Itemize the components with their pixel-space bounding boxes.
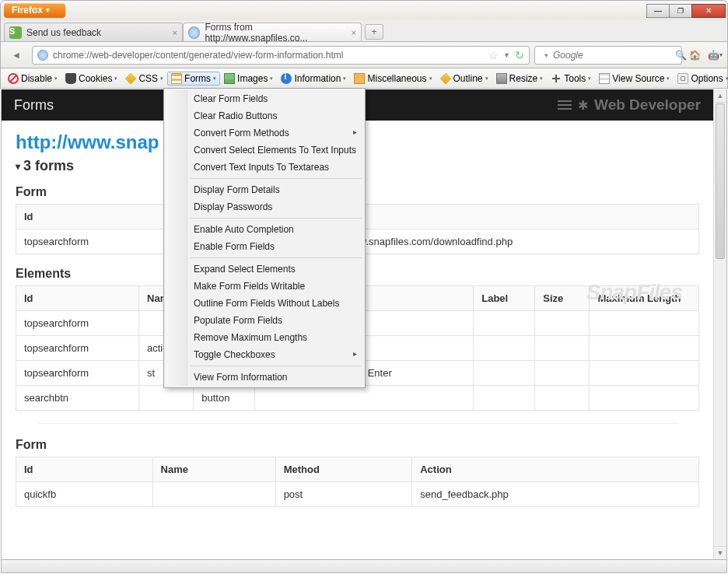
page-title: Forms bbox=[14, 97, 54, 114]
home-button[interactable]: 🏠 bbox=[687, 47, 702, 63]
view-source-icon bbox=[599, 73, 610, 84]
site-identity-icon bbox=[37, 50, 48, 61]
toolbar-cookies[interactable]: Cookies▾ bbox=[61, 72, 121, 86]
tab-forms[interactable]: Forms from http://www.snapfiles.co... × bbox=[183, 23, 362, 41]
tools-icon bbox=[551, 73, 562, 84]
toolbar-outline[interactable]: Outline▾ bbox=[436, 72, 492, 86]
col-maxlen: Maximum Length bbox=[590, 286, 699, 311]
toolbar-resize[interactable]: Resize▾ bbox=[492, 72, 548, 86]
bookmark-star-icon[interactable]: ☆ bbox=[488, 49, 499, 61]
disable-icon bbox=[8, 73, 19, 84]
toolbar-tools[interactable]: Tools▾ bbox=[547, 72, 595, 86]
menu-remove-maxlen[interactable]: Remove Maximum Lengths bbox=[166, 329, 363, 346]
col-size: Size bbox=[535, 286, 590, 311]
menu-clear-form-fields[interactable]: Clear Form Fields bbox=[166, 90, 363, 107]
css-icon bbox=[125, 72, 137, 84]
search-go-icon[interactable]: 🔍 bbox=[675, 50, 687, 61]
tab-feedback[interactable]: S Send us feedback × bbox=[4, 23, 183, 41]
menu-view-form-info[interactable]: View Form Information bbox=[166, 369, 363, 386]
col-method: Method bbox=[275, 457, 412, 482]
menu-convert-text-to-textarea[interactable]: Convert Text Inputs To Textareas bbox=[166, 159, 363, 176]
url-bar[interactable]: chrome://web-developer/content/generated… bbox=[32, 46, 530, 65]
menu-toggle-checkboxes[interactable]: Toggle Checkboxes bbox=[166, 346, 363, 363]
window-titlebar: Firefox bbox=[0, 0, 728, 20]
toolbar-view-source[interactable]: View Source▾ bbox=[595, 72, 674, 86]
addon-button[interactable]: 🤖▾ bbox=[707, 47, 723, 63]
menu-expand-select[interactable]: Expand Select Elements bbox=[166, 261, 363, 278]
menu-clear-radio-buttons[interactable]: Clear Radio Buttons bbox=[166, 107, 363, 124]
menu-separator bbox=[191, 218, 362, 219]
vertical-scrollbar[interactable]: ▲ ▼ bbox=[713, 89, 726, 559]
scroll-thumb[interactable] bbox=[716, 103, 725, 259]
status-bar bbox=[1, 560, 727, 573]
forms-icon bbox=[171, 73, 182, 84]
firefox-menu-button[interactable]: Firefox bbox=[4, 3, 65, 18]
tab-close-icon[interactable]: × bbox=[173, 28, 177, 37]
menu-separator bbox=[191, 257, 362, 258]
tab-label: Send us feedback bbox=[26, 27, 101, 38]
menu-convert-form-methods[interactable]: Convert Form Methods bbox=[166, 124, 363, 142]
menu-separator bbox=[191, 178, 362, 179]
hamburger-icon[interactable] bbox=[558, 98, 572, 112]
scroll-down-button[interactable]: ▼ bbox=[714, 546, 726, 559]
col-id: Id bbox=[16, 286, 139, 311]
toolbar-forms[interactable]: Forms▾ bbox=[167, 72, 220, 86]
url-text: chrome://web-developer/content/generated… bbox=[53, 50, 484, 61]
brand-label: Web Developer bbox=[594, 96, 701, 114]
new-tab-button[interactable] bbox=[365, 24, 383, 40]
window-minimize-button[interactable] bbox=[646, 4, 670, 18]
resize-icon bbox=[496, 73, 507, 84]
back-button[interactable]: ◄ bbox=[5, 45, 27, 65]
tab-strip: S Send us feedback × Forms from http://w… bbox=[0, 20, 728, 42]
reload-button[interactable]: ↻ bbox=[515, 49, 524, 61]
search-bar[interactable]: ▾ 🔍 bbox=[534, 46, 682, 65]
menu-convert-select-to-text[interactable]: Convert Select Elements To Text Inputs bbox=[166, 142, 363, 159]
url-history-dropdown-icon[interactable]: ▼ bbox=[503, 51, 510, 59]
table-row: quickfb post send_feedback.php bbox=[16, 482, 699, 507]
info-icon bbox=[281, 73, 292, 84]
table-row: searchbtnbutton bbox=[16, 386, 699, 411]
toolbar-css[interactable]: CSS▾ bbox=[121, 72, 167, 86]
col-id: Id bbox=[16, 457, 153, 482]
menu-enable-auto-completion[interactable]: Enable Auto Completion bbox=[166, 221, 363, 238]
window-maximize-button[interactable] bbox=[669, 4, 692, 18]
col-name: Name bbox=[152, 457, 275, 482]
options-icon bbox=[677, 73, 688, 84]
menu-separator bbox=[191, 366, 362, 366]
favicon-globe-icon bbox=[188, 26, 200, 39]
favicon-snapfiles-icon: S bbox=[9, 26, 22, 39]
misc-icon bbox=[354, 73, 365, 84]
toolbar-information[interactable]: Information▾ bbox=[277, 72, 350, 86]
menu-outline-no-labels[interactable]: Outline Form Fields Without Labels bbox=[166, 295, 363, 312]
search-input[interactable] bbox=[553, 50, 670, 61]
col-action: Action bbox=[412, 457, 699, 482]
navigation-bar: ◄ chrome://web-developer/content/generat… bbox=[0, 42, 728, 68]
menu-make-writable[interactable]: Make Form Fields Writable bbox=[166, 278, 363, 295]
menu-enable-form-fields[interactable]: Enable Form Fields bbox=[166, 238, 363, 255]
gear-icon[interactable]: ✱ bbox=[578, 98, 588, 113]
toolbar-options[interactable]: Options▾ bbox=[674, 72, 728, 86]
menu-populate[interactable]: Populate Form Fields bbox=[166, 312, 363, 329]
tab-label: Forms from http://www.snapfiles.co... bbox=[205, 22, 351, 44]
window-close-button[interactable] bbox=[691, 4, 726, 18]
toolbar-disable[interactable]: Disable▾ bbox=[4, 72, 61, 86]
menu-display-passwords[interactable]: Display Passwords bbox=[166, 198, 363, 215]
search-engine-dropdown-icon[interactable]: ▾ bbox=[544, 51, 548, 59]
tab-close-icon[interactable]: × bbox=[352, 28, 356, 37]
webdev-toolbar: Disable▾ Cookies▾ CSS▾ Forms▾ Images▾ In… bbox=[0, 68, 728, 89]
toolbar-images[interactable]: Images▾ bbox=[220, 72, 277, 86]
cookies-icon bbox=[65, 73, 76, 84]
col-label: Label bbox=[474, 286, 535, 311]
scroll-up-button[interactable]: ▲ bbox=[714, 89, 726, 103]
images-icon bbox=[224, 73, 235, 84]
toolbar-miscellaneous[interactable]: Miscellaneous▾ bbox=[350, 72, 436, 86]
menu-display-form-details[interactable]: Display Form Details bbox=[166, 181, 363, 198]
outline-icon bbox=[439, 72, 451, 84]
form2-table: Id Name Method Action quickfb post send_… bbox=[16, 457, 699, 507]
form-section-heading-2: Form bbox=[16, 438, 699, 452]
forms-dropdown-menu: Clear Form Fields Clear Radio Buttons Co… bbox=[163, 88, 366, 388]
